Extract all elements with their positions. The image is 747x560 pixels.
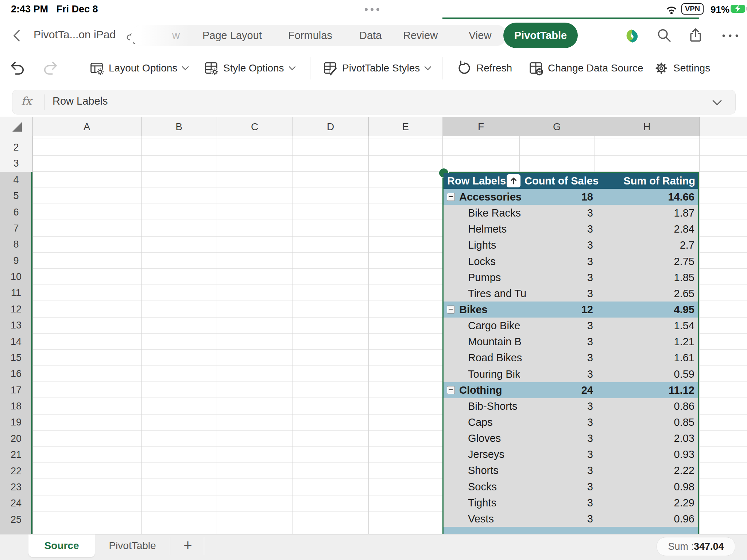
pivot-row-label[interactable]: Shorts [468,462,499,478]
pivot-row-rating[interactable]: 1.21 [632,334,694,350]
pivot-row-label[interactable]: Mountain B [468,334,522,350]
formula-bar-expand-chevron[interactable] [712,100,722,106]
undo-button[interactable] [9,52,26,84]
col-header-partial[interactable] [699,117,747,136]
row-header-8[interactable]: 8 [0,236,32,253]
formula-bar-value[interactable]: Row Labels [53,95,108,107]
refresh-button[interactable]: Refresh [457,52,512,84]
pivot-item-row[interactable]: Locks 3 2.75 [444,253,698,269]
pivot-header-count-of-sales[interactable]: Count of Sales [525,173,599,189]
pivot-row-label[interactable]: Bikes [459,302,487,318]
pivot-row-count[interactable]: 3 [535,318,593,334]
pivot-row-count[interactable]: 3 [535,334,593,350]
share-icon[interactable] [688,28,703,43]
formula-bar[interactable]: fx Row Labels [12,90,736,114]
pivot-row-label[interactable]: Caps [468,414,493,430]
pivot-row-count[interactable]: 3 [535,285,593,302]
pivot-item-row[interactable]: Bib-Shorts 3 0.86 [444,398,698,414]
row-header-14[interactable]: 14 [0,334,32,350]
pivot-row-count[interactable]: 3 [535,366,593,382]
sheet-tab-source[interactable]: Source [28,534,95,557]
collapse-minus-icon[interactable] [447,386,455,394]
pivot-row-count[interactable]: 3 [535,253,593,269]
pivot-row-count[interactable]: 3 [535,350,593,366]
pivot-row-count[interactable]: 3 [535,511,593,527]
pivot-row-rating[interactable]: 1.54 [632,318,694,334]
tab-page-layout[interactable]: Page Layout [202,25,262,46]
copilot-icon[interactable] [624,28,640,44]
row-header-20[interactable]: 20 [0,431,32,447]
pivot-row-rating[interactable]: 0.85 [632,414,694,430]
tab-review[interactable]: Review [403,25,438,46]
pivot-row-count[interactable]: 3 [535,430,593,446]
pivot-row-rating[interactable]: 14.66 [632,189,694,205]
col-header-A[interactable]: A [32,117,142,136]
row-header-7[interactable]: 7 [0,220,32,237]
col-header-C[interactable]: C [217,117,293,136]
pivot-item-row[interactable]: Jerseys 3 0.93 [444,446,698,462]
row-header-16[interactable]: 16 [0,366,32,382]
pivot-item-row[interactable]: Gloves 3 2.03 [444,430,698,446]
pivot-row-label[interactable]: Tires and Tu [468,285,526,302]
layout-options-button[interactable]: Layout Options [89,52,189,84]
row-header-6[interactable]: 6 [0,204,32,221]
pivot-row-label[interactable]: Bike Racks [468,205,521,221]
pivot-row-label[interactable]: Clothing [459,382,502,398]
row-header-21[interactable]: 21 [0,447,32,463]
redo-button[interactable] [42,52,58,84]
pivot-row-count[interactable]: 3 [535,446,593,462]
pivot-item-row[interactable]: Mountain B 3 1.21 [444,334,698,350]
col-header-B[interactable]: B [141,117,217,136]
pivot-row-count[interactable]: 18 [535,189,593,205]
pivot-row-rating[interactable]: 0.96 [632,511,694,527]
pivot-row-label[interactable]: Gloves [468,430,501,446]
tab-view[interactable]: View [469,25,491,46]
pivot-header-row[interactable]: Row Labels Count of Sales Sum of Rating [444,173,698,189]
row-header-22[interactable]: 22 [0,463,32,479]
pivottable-styles-button[interactable]: PivotTable Styles [322,52,431,84]
pivot-row-rating[interactable]: 2.75 [632,253,694,269]
pivot-row-label[interactable]: Helmets [468,221,507,237]
pivot-category-row[interactable]: Accessories 18 14.66 [444,189,698,205]
col-header-D[interactable]: D [293,117,369,136]
pivot-row-count[interactable]: 3 [535,398,593,414]
pivot-row-label[interactable]: Touring Bik [468,366,520,382]
row-header-2[interactable]: 2 [0,139,32,156]
col-header-G[interactable]: G [519,117,595,136]
row-header-25[interactable]: 25 [0,512,32,528]
pivot-row-count[interactable]: 3 [535,269,593,285]
pivot-row-label[interactable]: Vests [468,511,494,527]
pivot-row-count[interactable]: 3 [535,495,593,511]
pivot-row-label[interactable]: Pumps [468,269,501,285]
pivot-row-label[interactable]: Locks [468,253,496,269]
col-header-E[interactable]: E [368,117,443,136]
pivot-row-rating[interactable]: 2.29 [632,495,694,511]
pivot-row-rating[interactable]: 0.86 [632,398,694,414]
pivot-row-label[interactable]: Socks [468,479,497,495]
pivot-row-rating[interactable]: 0.59 [632,366,694,382]
row-header-19[interactable]: 19 [0,414,32,431]
col-header-F[interactable]: F [442,117,520,136]
pivot-table[interactable]: Row Labels Count of Sales Sum of Rating … [442,172,699,535]
pivot-row-label[interactable]: Jerseys [468,446,504,462]
col-header-H[interactable]: H [595,117,700,136]
pivot-row-label[interactable]: Road Bikes [468,350,522,366]
style-options-button[interactable]: Style Options [204,52,296,84]
pivot-item-row[interactable]: Touring Bik 3 0.59 [444,366,698,382]
pivot-item-row[interactable]: Bike Racks 3 1.87 [444,205,698,221]
pivot-row-label[interactable]: Bib-Shorts [468,398,517,414]
pivot-row-rating[interactable]: 1.61 [632,350,694,366]
tab-formulas[interactable]: Formulas [288,25,332,46]
change-data-source-button[interactable]: Change Data Source [528,52,643,84]
row-header-18[interactable]: 18 [0,398,32,415]
pivot-item-row[interactable]: Shorts 3 2.22 [444,462,698,478]
pivot-item-row[interactable]: Socks 3 0.98 [444,479,698,495]
row-header-9[interactable]: 9 [0,253,32,269]
collapse-minus-icon[interactable] [447,306,455,314]
row-header-10[interactable]: 10 [0,269,32,285]
row-header-15[interactable]: 15 [0,350,32,366]
collapse-minus-icon[interactable] [447,193,455,201]
row-header-4[interactable]: 4 [0,172,32,188]
pivot-row-count[interactable]: 3 [535,414,593,430]
row-header-17[interactable]: 17 [0,382,32,398]
